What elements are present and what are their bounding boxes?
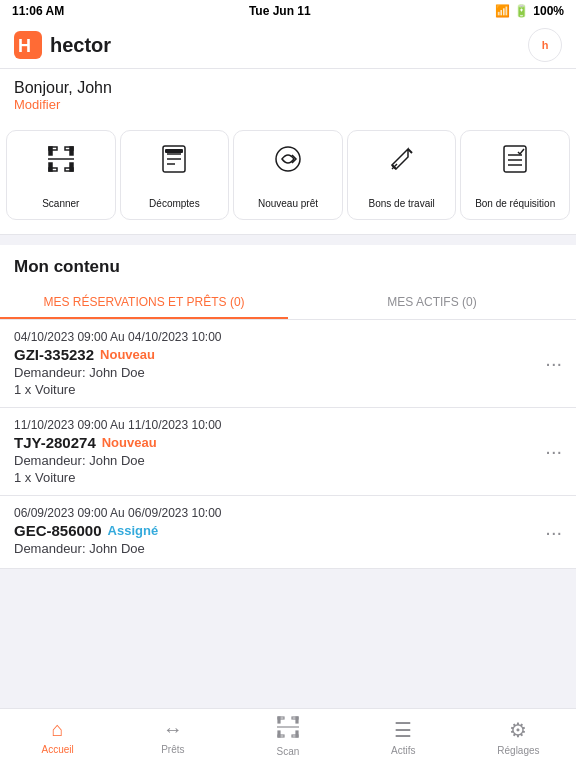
svg-rect-3 (49, 147, 52, 155)
greeting-text: Bonjour, John (14, 79, 562, 97)
item1-id-row: GZI-335232 Nouveau (14, 346, 535, 363)
tab-reservations[interactable]: MES RÉSERVATIONS ET PRÊTS (0) (0, 285, 288, 319)
reglages-icon: ⚙ (509, 718, 527, 742)
scanner-label: Scanner (42, 198, 79, 209)
item3-status: Assigné (108, 523, 159, 538)
item3-id: GEC-856000 (14, 522, 102, 539)
content-title: Mon contenu (0, 245, 576, 285)
item2-asset: 1 x Voiture (14, 470, 535, 485)
content-section: Mon contenu MES RÉSERVATIONS ET PRÊTS (0… (0, 245, 576, 569)
list-item: 06/09/2023 09:00 Au 06/09/2023 10:00 GEC… (0, 496, 576, 569)
bottom-tab-prets[interactable]: ↔ Prêts (115, 709, 230, 764)
action-nouveau-pret[interactable]: Nouveau prêt (233, 130, 343, 220)
svg-text:H: H (18, 36, 31, 56)
bon-requisition-icon (502, 145, 528, 177)
actifs-icon: ☰ (394, 718, 412, 742)
action-bon-requisition[interactable]: Bon de réquisition (460, 130, 570, 220)
svg-rect-5 (70, 147, 73, 155)
bon-requisition-label: Bon de réquisition (475, 198, 555, 209)
hector-logo-icon: H (14, 31, 42, 59)
greeting-section: Bonjour, John Modifier (0, 69, 576, 122)
scan-label: Scan (277, 746, 300, 757)
accueil-label: Accueil (41, 744, 73, 755)
item3-more-button[interactable]: ··· (535, 521, 562, 544)
logo-group: H hector (14, 31, 111, 59)
scanner-icon (47, 145, 75, 177)
status-time: 11:06 AM (12, 4, 64, 18)
item1-id: GZI-335232 (14, 346, 94, 363)
battery-icon: 🔋 (514, 4, 529, 18)
bottom-tab-actifs[interactable]: ☰ Actifs (346, 709, 461, 764)
bottom-tab-scan[interactable]: Scan (230, 709, 345, 764)
item2-status: Nouveau (102, 435, 157, 450)
actifs-label: Actifs (391, 745, 415, 756)
app-header: H hector h (0, 22, 576, 69)
action-scanner[interactable]: Scanner (6, 130, 116, 220)
action-bons-travail[interactable]: Bons de travail (347, 130, 457, 220)
item1-date: 04/10/2023 09:00 Au 04/10/2023 10:00 (14, 330, 535, 344)
content-tabs: MES RÉSERVATIONS ET PRÊTS (0) MES ACTIFS… (0, 285, 576, 320)
nouveau-pret-label: Nouveau prêt (258, 198, 318, 209)
modifier-link[interactable]: Modifier (14, 97, 562, 112)
wifi-icon: 📶 (495, 4, 510, 18)
item1-status: Nouveau (100, 347, 155, 362)
quick-actions-bar: Scanner Décomptes (0, 122, 576, 235)
decomptes-icon (161, 145, 187, 177)
item3-date: 06/09/2023 09:00 Au 06/09/2023 10:00 (14, 506, 535, 520)
main-scroll-area: Bonjour, John Modifier Scanner (0, 69, 576, 708)
item2-more-button[interactable]: ··· (535, 440, 562, 463)
scan-icon (277, 716, 299, 743)
bottom-tab-bar: ⌂ Accueil ↔ Prêts Scan ☰ Actifs ⚙ R (0, 708, 576, 768)
item1-requester: Demandeur: John Doe (14, 365, 535, 380)
bons-travail-label: Bons de travail (369, 198, 435, 209)
avatar-label: h (542, 39, 549, 51)
status-indicators: 📶 🔋 100% (495, 4, 564, 18)
item3-requester: Demandeur: John Doe (14, 541, 535, 556)
battery-level: 100% (533, 4, 564, 18)
status-bar: 11:06 AM Tue Jun 11 📶 🔋 100% (0, 0, 576, 22)
svg-rect-25 (278, 717, 280, 723)
decomptes-label: Décomptes (149, 198, 200, 209)
item2-date: 11/10/2023 09:00 Au 11/10/2023 10:00 (14, 418, 535, 432)
item2-id: TJY-280274 (14, 434, 96, 451)
reglages-label: Réglages (497, 745, 539, 756)
svg-rect-27 (296, 717, 298, 723)
tab-actifs[interactable]: MES ACTIFS (0) (288, 285, 576, 319)
item2-requester: Demandeur: John Doe (14, 453, 535, 468)
accueil-icon: ⌂ (52, 718, 64, 741)
nouveau-pret-icon (274, 145, 302, 177)
item3-content: 06/09/2023 09:00 Au 06/09/2023 10:00 GEC… (14, 506, 535, 558)
prets-label: Prêts (161, 744, 184, 755)
item1-more-button[interactable]: ··· (535, 352, 562, 375)
item1-asset: 1 x Voiture (14, 382, 535, 397)
user-avatar[interactable]: h (528, 28, 562, 62)
item2-content: 11/10/2023 09:00 Au 11/10/2023 10:00 TJY… (14, 418, 535, 485)
bottom-tab-reglages[interactable]: ⚙ Réglages (461, 709, 576, 764)
item2-id-row: TJY-280274 Nouveau (14, 434, 535, 451)
status-date: Tue Jun 11 (249, 4, 311, 18)
prets-icon: ↔ (163, 718, 183, 741)
bons-travail-icon (388, 145, 416, 177)
item3-id-row: GEC-856000 Assigné (14, 522, 535, 539)
item1-content: 04/10/2023 09:00 Au 04/10/2023 10:00 GZI… (14, 330, 535, 397)
svg-rect-15 (165, 149, 183, 153)
list-item: 04/10/2023 09:00 Au 04/10/2023 10:00 GZI… (0, 320, 576, 408)
list-item: 11/10/2023 09:00 Au 11/10/2023 10:00 TJY… (0, 408, 576, 496)
action-decomptes[interactable]: Décomptes (120, 130, 230, 220)
app-name: hector (50, 34, 111, 57)
bottom-tab-accueil[interactable]: ⌂ Accueil (0, 709, 115, 764)
